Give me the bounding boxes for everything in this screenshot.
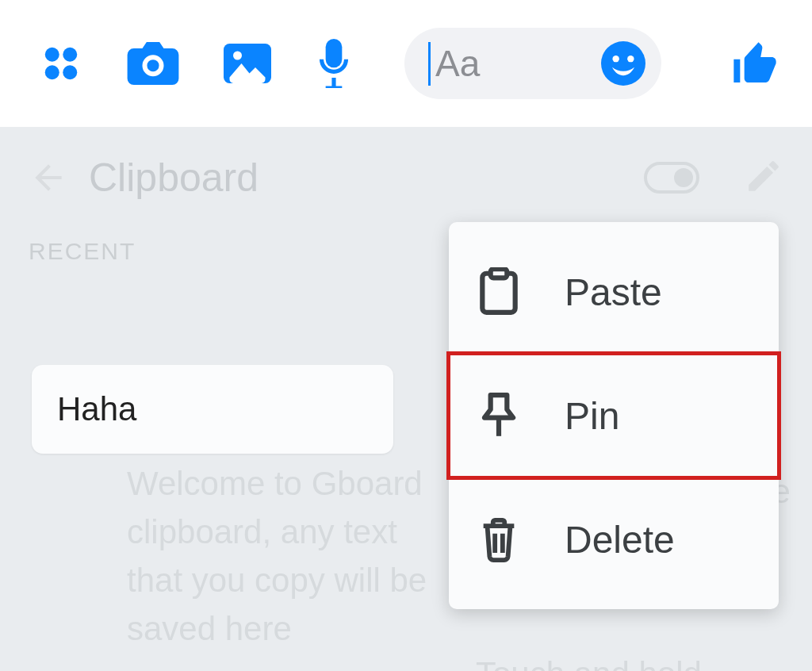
context-menu-pin-label: Pin	[565, 394, 619, 438]
context-menu-delete-label: Delete	[565, 518, 675, 562]
edit-icon[interactable]	[744, 156, 783, 199]
svg-rect-11	[491, 269, 508, 278]
clipboard-toggle[interactable]	[644, 162, 699, 194]
svg-point-9	[627, 56, 634, 62]
svg-point-7	[601, 41, 645, 86]
thumbs-up-icon[interactable]	[730, 38, 780, 89]
context-menu-paste-label: Paste	[565, 270, 662, 314]
message-placeholder: Aa	[435, 42, 601, 85]
microphone-icon[interactable]	[316, 39, 352, 88]
messenger-toolbar: Aa	[0, 0, 812, 127]
message-input[interactable]: Aa	[404, 28, 661, 99]
clipboard-item[interactable]: Haha	[32, 365, 393, 454]
clipboard-header: Clipboard	[29, 146, 783, 209]
svg-point-3	[63, 65, 77, 79]
svg-point-5	[233, 52, 242, 60]
back-arrow-icon[interactable]	[29, 158, 68, 197]
touch-hold-hint: Touch and hold	[476, 655, 702, 671]
delete-icon	[471, 516, 527, 562]
context-menu-pin[interactable]: Pin	[449, 354, 779, 477]
context-menu-delete[interactable]: Delete	[449, 477, 779, 601]
gallery-icon[interactable]	[224, 43, 271, 84]
svg-rect-6	[326, 39, 343, 67]
svg-point-2	[45, 65, 59, 79]
svg-point-8	[612, 56, 619, 62]
svg-point-1	[63, 48, 77, 62]
clipboard-title: Clipboard	[89, 155, 623, 201]
paste-icon	[471, 267, 527, 316]
context-menu: Paste Pin Delete	[449, 222, 779, 609]
context-menu-paste[interactable]: Paste	[449, 230, 779, 354]
apps-grid-icon[interactable]	[40, 42, 82, 85]
emoji-icon[interactable]	[601, 41, 645, 86]
pin-icon	[471, 391, 527, 440]
camera-icon[interactable]	[127, 42, 179, 85]
text-caret	[428, 42, 431, 86]
svg-point-0	[45, 48, 59, 62]
